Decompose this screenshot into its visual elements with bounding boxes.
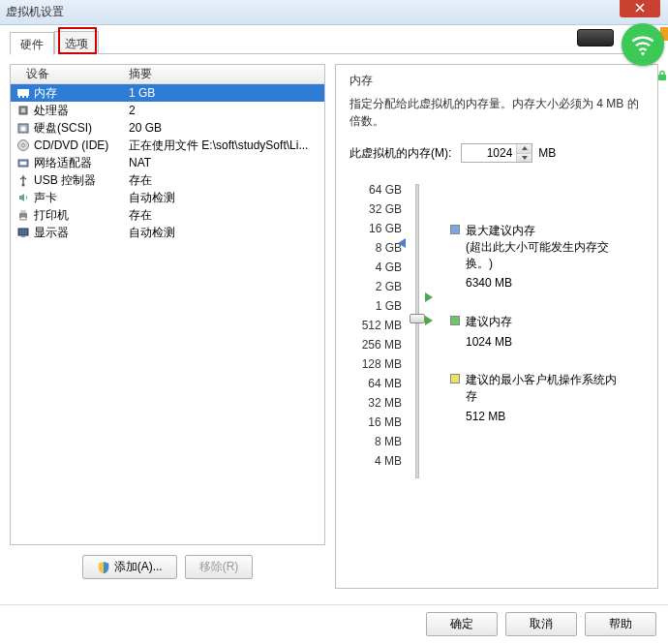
memory-unit: MB	[538, 146, 556, 160]
svg-rect-5	[26, 96, 28, 98]
memory-input-row: 此虚拟机的内存(M): MB	[349, 143, 644, 163]
dialog-footer: 确定 取消 帮助	[0, 604, 668, 643]
tick-label: 64 GB	[349, 180, 402, 199]
rec-title: 建议内存	[466, 314, 512, 330]
marker-max-icon	[398, 238, 406, 248]
row-summary: 自动检测	[125, 225, 324, 241]
square-yellow-icon	[450, 374, 460, 383]
row-name: CD/DVD (IDE)	[32, 138, 125, 152]
left-buttons: 添加(A)... 移除(R)	[10, 545, 325, 589]
tick-label: 128 MB	[349, 354, 402, 374]
left-panel: 设备 摘要 内存 1 GB 处理器 2 硬盘(SCSI) 20 GB CD/DV…	[10, 64, 325, 589]
table-row[interactable]: 显示器 自动检测	[11, 224, 324, 241]
row-name: USB 控制器	[32, 172, 125, 189]
group-memory-title: 内存	[349, 73, 644, 89]
sound-icon	[15, 190, 32, 205]
label-min: 建议的最小客户机操作系统内存 512 MB	[450, 372, 621, 424]
keyboard-icon	[577, 29, 614, 46]
table-row[interactable]: CD/DVD (IDE) 正在使用文件 E:\soft\studySoft\Li…	[11, 137, 324, 154]
svg-point-0	[641, 52, 644, 55]
help-button[interactable]: 帮助	[585, 612, 656, 636]
table-row[interactable]: 内存 1 GB	[11, 84, 324, 102]
row-name: 硬盘(SCSI)	[32, 120, 125, 137]
min-title: 建议的最小客户机操作系统内存	[466, 372, 621, 405]
tab-hardware[interactable]: 硬件	[10, 32, 54, 55]
slider-track[interactable]	[415, 184, 419, 478]
table-row[interactable]: 硬盘(SCSI) 20 GB	[11, 119, 324, 137]
display-icon	[15, 225, 32, 240]
tick-label: 4 GB	[349, 258, 402, 277]
panel-body: 设备 摘要 内存 1 GB 处理器 2 硬盘(SCSI) 20 GB CD/DV…	[10, 54, 658, 589]
slider-labels: 最大建议内存 (超出此大小可能发生内存交换。) 6340 MB 建议内存 102…	[427, 180, 644, 471]
slider-track-col	[408, 180, 427, 471]
shield-icon	[97, 561, 110, 574]
disk-icon	[15, 120, 32, 136]
min-value: 512 MB	[466, 409, 621, 425]
memory-desc: 指定分配给此虚拟机的内存量。内存大小必须为 4 MB 的倍数。	[349, 95, 644, 130]
col-summary: 摘要	[125, 66, 324, 82]
remove-button: 移除(R)	[185, 555, 254, 579]
row-name: 声卡	[32, 190, 125, 206]
tick-label: 4 MB	[349, 451, 402, 471]
memory-icon	[15, 85, 32, 101]
row-name: 网络适配器	[32, 155, 125, 171]
tabstrip: 硬件 选项	[10, 31, 658, 54]
usb-icon	[15, 172, 32, 188]
lock-icon	[656, 70, 668, 84]
svg-rect-13	[20, 162, 26, 165]
table-row[interactable]: 网络适配器 NAT	[11, 154, 324, 171]
wifi-badge-icon	[622, 23, 664, 66]
square-blue-icon	[450, 225, 460, 234]
spin-up[interactable]	[516, 144, 531, 154]
ok-button[interactable]: 确定	[426, 612, 498, 636]
svg-point-9	[21, 127, 26, 132]
row-summary: 正在使用文件 E:\soft\studySoft\Li...	[125, 138, 324, 154]
row-summary: 20 GB	[125, 121, 324, 135]
label-rec: 建议内存 1024 MB	[450, 314, 512, 351]
hardware-table: 设备 摘要 内存 1 GB 处理器 2 硬盘(SCSI) 20 GB CD/DV…	[10, 64, 325, 545]
printer-icon	[15, 207, 32, 223]
cancel-button[interactable]: 取消	[505, 612, 577, 636]
spin-down[interactable]	[516, 154, 531, 163]
cpu-icon	[15, 103, 32, 118]
row-name: 内存	[32, 85, 125, 102]
svg-rect-16	[20, 210, 26, 213]
table-row[interactable]: 打印机 存在	[11, 206, 324, 224]
max-title: 最大建议内存	[466, 223, 621, 239]
tick-label: 16 GB	[349, 219, 402, 238]
row-summary: 2	[125, 104, 324, 117]
svg-rect-19	[21, 235, 25, 237]
memory-spinner[interactable]	[461, 143, 532, 163]
max-note: (超出此大小可能发生内存交换。)	[466, 239, 621, 272]
row-summary: 自动检测	[125, 190, 324, 206]
add-button-label: 添加(A)...	[114, 559, 163, 575]
table-row[interactable]: 声卡 自动检测	[11, 189, 324, 206]
memory-input[interactable]	[462, 144, 516, 162]
row-name: 打印机	[32, 207, 125, 224]
add-button[interactable]: 添加(A)...	[82, 555, 177, 579]
window-title: 虚拟机设置	[6, 4, 64, 20]
label-max: 最大建议内存 (超出此大小可能发生内存交换。) 6340 MB	[450, 223, 621, 291]
row-summary: 存在	[125, 172, 324, 189]
slider-thumb[interactable]	[410, 314, 425, 323]
svg-rect-3	[18, 96, 20, 98]
svg-point-11	[22, 144, 25, 147]
table-row[interactable]: USB 控制器 存在	[11, 171, 324, 189]
tick-label: 2 GB	[349, 277, 402, 296]
tick-label: 64 MB	[349, 374, 402, 393]
svg-rect-2	[17, 89, 29, 96]
memory-slider-area: 64 GB32 GB16 GB8 GB4 GB2 GB1 GB512 MB256…	[349, 180, 644, 471]
tick-label: 16 MB	[349, 413, 402, 432]
dialog-content: 硬件 选项 设备 摘要 内存 1 GB 处理器 2 硬盘(SCSI) 20 GB…	[0, 25, 668, 600]
svg-rect-1	[658, 75, 666, 80]
svg-rect-4	[22, 96, 24, 98]
tick-label: 8 MB	[349, 432, 402, 451]
tick-label: 256 MB	[349, 335, 402, 354]
table-row[interactable]: 处理器 2	[11, 102, 324, 119]
tick-label: 32 GB	[349, 199, 402, 219]
close-button[interactable]	[620, 0, 660, 17]
tick-label: 8 GB	[349, 238, 402, 258]
tab-options[interactable]: 选项	[54, 31, 99, 54]
svg-point-14	[22, 184, 25, 187]
svg-rect-17	[20, 217, 26, 220]
